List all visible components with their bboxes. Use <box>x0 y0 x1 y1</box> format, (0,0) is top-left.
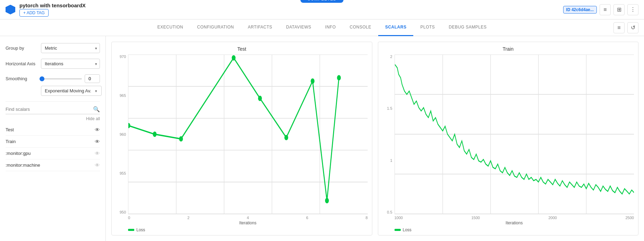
top-bar: COMPLETED pytorch with tensorboardX + AD… <box>0 0 644 19</box>
document-button[interactable]: ≡ <box>600 4 611 15</box>
tab-configuration[interactable]: CONFIGURATION <box>190 19 241 36</box>
test-chart-xlabel: Iterations <box>128 221 368 225</box>
id-value: 42c6d4ae... <box>571 7 594 12</box>
test-chart-container: Test 970 965 960 955 950 <box>111 42 372 235</box>
scalar-item-monitor-gpu: :monitor:gpu 👁 <box>6 148 100 159</box>
test-legend-label: Loss <box>136 227 145 232</box>
eye-icon-test[interactable]: 👁 <box>95 127 100 133</box>
top-bar-left: pytorch with tensorboardX + ADD TAG <box>6 2 86 17</box>
tab-console[interactable]: CONSOLE <box>343 19 378 36</box>
smoothing-label: Smoothing <box>6 76 37 81</box>
id-label: ID <box>566 7 570 12</box>
svg-point-18 <box>337 75 341 80</box>
test-y-960: 960 <box>120 132 126 136</box>
scalar-name-test: Test <box>6 127 14 132</box>
horizontal-axis-row: Horizontal Axis Iterations ▾ <box>6 59 100 69</box>
group-by-select-wrapper: Metric ▾ <box>41 43 100 53</box>
train-chart-body: 2 1.5 1 0.5 <box>382 55 634 214</box>
group-by-row: Group by Metric ▾ <box>6 43 100 53</box>
test-chart-body: 970 965 960 955 950 <box>116 55 368 214</box>
layout-button[interactable]: ⊞ <box>613 4 625 15</box>
test-legend-color <box>128 229 134 231</box>
test-chart-legend: Loss <box>128 227 368 232</box>
test-y-955: 955 <box>120 171 126 175</box>
svg-point-12 <box>179 136 183 141</box>
test-y-965: 965 <box>120 93 126 98</box>
svg-point-14 <box>258 96 262 101</box>
train-y-axis: 2 1.5 1 0.5 <box>382 55 395 214</box>
train-chart-container: Train 2 1.5 1 0.5 <box>378 42 639 235</box>
svg-point-15 <box>285 135 288 140</box>
top-bar-right: ID 42c6d4ae... ≡ ⊞ ⋮ <box>563 4 638 15</box>
smoothing-slider-thumb <box>40 76 44 81</box>
train-y-1-5: 1.5 <box>387 106 392 110</box>
train-legend-color <box>395 229 401 231</box>
svg-point-10 <box>128 123 130 128</box>
train-x-axis: 1000150020002500 <box>395 214 634 220</box>
tab-debug-samples[interactable]: DEBUG SAMPLES <box>442 19 493 36</box>
horizontal-axis-label: Horizontal Axis <box>6 61 37 66</box>
smoothing-method-select[interactable]: Exponential Moving Av... <box>41 86 102 96</box>
train-y-1: 1 <box>390 158 392 163</box>
test-chart-plot <box>128 55 368 214</box>
scalar-name-train: Train <box>6 139 16 144</box>
menu-button[interactable]: ⋮ <box>627 4 638 15</box>
smoothing-value-input[interactable] <box>85 74 100 83</box>
id-badge: ID 42c6d4ae... <box>563 6 597 14</box>
completed-badge: COMPLETED <box>300 0 344 3</box>
list-view-icon[interactable]: ≡ <box>613 22 625 33</box>
nav-tabs: EXECUTION CONFIGURATION ARTIFACTS DATAVI… <box>0 19 644 36</box>
eye-icon-train[interactable]: 👁 <box>95 139 100 144</box>
scalar-name-monitor-gpu: :monitor:gpu <box>6 151 31 156</box>
refresh-icon[interactable]: ↺ <box>627 22 638 33</box>
train-chart-xlabel: Iterations <box>395 221 634 225</box>
test-chart-svg <box>128 55 368 214</box>
tab-plots[interactable]: PLOTS <box>413 19 442 36</box>
smoothing-row: Smoothing <box>6 74 100 83</box>
hide-all-row: Hide all <box>6 116 100 121</box>
tab-artifacts[interactable]: ARTIFACTS <box>241 19 279 36</box>
tab-dataviews[interactable]: DATAVIEWS <box>279 19 319 36</box>
smoothing-slider-track[interactable] <box>40 78 82 80</box>
test-y-axis: 970 965 960 955 950 <box>116 55 128 214</box>
svg-point-11 <box>153 132 156 137</box>
tab-scalars[interactable]: SCALARS <box>378 19 414 36</box>
hide-all-button[interactable]: Hide all <box>86 116 100 121</box>
svg-point-13 <box>232 55 236 60</box>
app-logo <box>6 5 15 15</box>
svg-point-17 <box>325 198 329 203</box>
nav-right-icons: ≡ ↺ <box>613 22 638 33</box>
add-tag-button[interactable]: + ADD TAG <box>19 9 49 17</box>
charts-area: Test 970 965 960 955 950 <box>106 36 644 241</box>
divider <box>6 101 100 102</box>
train-y-0-5: 0.5 <box>387 210 392 214</box>
test-y-950: 950 <box>120 210 126 214</box>
eye-icon-monitor-gpu[interactable]: 👁 <box>95 150 100 156</box>
tab-info[interactable]: INFO <box>318 19 343 36</box>
horizontal-axis-select-wrapper: Iterations ▾ <box>41 59 100 69</box>
train-legend-label: Loss <box>403 227 412 232</box>
scalar-item-train: Train 👁 <box>6 136 100 148</box>
train-chart-legend: Loss <box>395 227 634 232</box>
scalar-item-test: Test 👁 <box>6 124 100 136</box>
horizontal-axis-select[interactable]: Iterations <box>41 59 100 69</box>
svg-point-16 <box>311 78 314 84</box>
search-icon[interactable]: 🔍 <box>93 106 100 113</box>
search-input[interactable] <box>6 107 93 112</box>
train-chart-plot <box>395 55 634 214</box>
app-title: pytorch with tensorboardX <box>19 2 86 8</box>
test-x-axis: 02468 <box>128 214 368 220</box>
scalar-name-monitor-machine: :monitor:machine <box>6 163 40 168</box>
group-by-select[interactable]: Metric <box>41 43 100 53</box>
test-y-970: 970 <box>120 55 126 59</box>
train-y-2: 2 <box>390 55 392 59</box>
eye-icon-monitor-machine[interactable]: 👁 <box>95 162 100 168</box>
search-row: 🔍 <box>6 106 100 114</box>
scalar-item-monitor-machine: :monitor:machine 👁 <box>6 159 100 171</box>
test-chart-title: Test <box>116 46 368 52</box>
tab-execution[interactable]: EXECUTION <box>150 19 190 36</box>
train-chart-title: Train <box>382 46 634 52</box>
main-content: Group by Metric ▾ Horizontal Axis Iterat… <box>0 36 644 241</box>
smoothing-method-row: Exponential Moving Av... ▾ <box>41 86 100 96</box>
group-by-label: Group by <box>6 45 37 51</box>
